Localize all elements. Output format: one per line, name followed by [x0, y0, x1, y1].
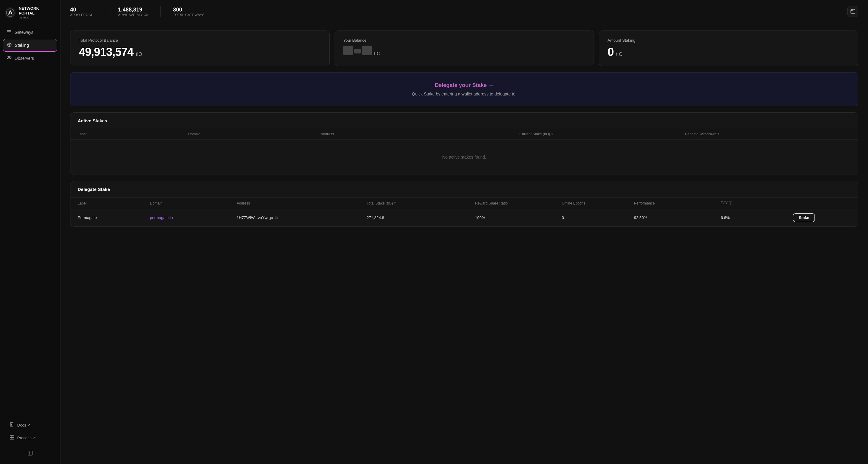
eay-info-icon[interactable]: ⓘ: [729, 201, 732, 205]
divider-2: [160, 6, 161, 17]
epoch-value: 40: [70, 7, 94, 13]
balance-block-2: [354, 48, 361, 54]
total-stake-sort-icon[interactable]: ▾: [394, 201, 396, 205]
arweave-block-stat: 1,488,319 ARWEAVE BLOCK: [118, 7, 149, 16]
sidebar-item-gateways[interactable]: Gateways: [3, 26, 57, 38]
amount-staking-number: 0: [608, 45, 614, 59]
col-header-domain: Domain: [150, 201, 237, 205]
main-content: 40 AR.IO EPOCH 1,488,319 ARWEAVE BLOCK 3…: [60, 0, 868, 464]
row-reward-share: 100%: [475, 216, 562, 220]
row-label: Permagate: [78, 216, 150, 220]
total-protocol-balance-value-row: 49,913,574 tIO: [79, 45, 321, 59]
total-gateways-stat: 300 TOTAL GATEWAYS: [173, 7, 204, 16]
col-header-offline-epochs: Offline Epochs: [562, 201, 634, 205]
svg-rect-14: [12, 435, 14, 437]
docs-link[interactable]: Docs ↗: [6, 419, 54, 431]
address-text: 1H7ZWIW...vuYwrgo: [237, 216, 273, 220]
delegate-banner-description: Quick Stake by entering a wallet address…: [412, 92, 517, 96]
balance-placeholder: [343, 45, 372, 55]
table-row: Permagate permagate.io 1H7ZWIW...vuYwrgo…: [70, 209, 858, 226]
current-stake-sort-icon[interactable]: ▾: [551, 132, 553, 136]
col-header-reward-share: Reward Share Ratio: [475, 201, 562, 205]
copy-address-icon[interactable]: ⧉: [275, 216, 278, 220]
your-balance-label: Your Balance: [343, 38, 585, 42]
svg-point-7: [7, 57, 11, 59]
col-header-address: Address: [237, 201, 367, 205]
total-gateways-label: TOTAL GATEWAYS: [173, 13, 204, 16]
your-balance-card: Your Balance tIO: [335, 31, 594, 66]
svg-rect-17: [28, 451, 32, 455]
total-protocol-balance-card: Total Protocol Balance 49,913,574 tIO: [70, 31, 330, 66]
svg-point-8: [8, 57, 10, 58]
stats-row: Total Protocol Balance 49,913,574 tIO Yo…: [70, 31, 858, 66]
balance-block-3: [362, 45, 372, 55]
address-cell: 1H7ZWIW...vuYwrgo ⧉: [237, 216, 367, 220]
total-protocol-balance-number: 49,913,574: [79, 45, 133, 59]
col-header-label: Label: [78, 201, 150, 205]
col-header-total-stake: Total Stake (tIO) ▾: [367, 201, 475, 205]
app-subtitle: by ar.io: [19, 15, 39, 19]
your-balance-value-row: tIO: [343, 45, 585, 57]
sidebar-item-observers[interactable]: Observers: [3, 52, 57, 64]
sidebar-item-staking[interactable]: Staking: [3, 39, 57, 52]
stake-button[interactable]: Stake: [793, 213, 815, 222]
col-header-address: Address: [321, 132, 520, 136]
observers-icon: [7, 55, 11, 61]
total-gateways-value: 300: [173, 7, 204, 13]
active-stakes-title: Active Stakes: [70, 113, 858, 129]
row-offline-epochs: 0: [562, 216, 634, 220]
observers-label: Observers: [14, 56, 34, 61]
delegate-stake-header: Label Domain Address Total Stake (tIO) ▾…: [70, 198, 858, 209]
collapse-button[interactable]: [3, 448, 57, 458]
gateways-icon: [7, 29, 11, 35]
col-header-label: Label: [78, 132, 188, 136]
amount-staking-label: Amount Staking: [608, 38, 849, 42]
arweave-block-value: 1,488,319: [118, 7, 149, 13]
delegate-stake-title: Delegate Stake: [70, 181, 858, 198]
topbar-icon-button[interactable]: [847, 6, 858, 17]
amount-staking-value-row: 0 tIO: [608, 45, 849, 59]
active-stakes-header: Label Domain Address Current Stake (tIO)…: [70, 129, 858, 139]
process-icon: [10, 435, 14, 440]
total-protocol-balance-label: Total Protocol Balance: [79, 38, 321, 42]
logo-area: NETWORKPORTAL by ar.io: [0, 6, 60, 26]
logo-text: NETWORKPORTAL by ar.io: [19, 6, 39, 19]
row-performance: 92.50%: [634, 216, 721, 220]
delegate-banner[interactable]: Delegate your Stake → Quick Stake by ent…: [70, 72, 858, 106]
app-title: NETWORKPORTAL: [19, 6, 39, 15]
epoch-stat: 40 AR.IO EPOCH: [70, 7, 94, 16]
content-area: Total Protocol Balance 49,913,574 tIO Yo…: [60, 23, 868, 234]
row-eay: 6.6%: [721, 216, 793, 220]
col-header-current-stake: Current Stake (tIO) ▾: [520, 132, 685, 136]
svg-rect-16: [12, 437, 14, 439]
active-stakes-section: Active Stakes Label Domain Address Curre…: [70, 112, 858, 175]
staking-icon: [7, 42, 12, 48]
docs-label: Docs ↗: [17, 423, 31, 427]
svg-point-0: [6, 9, 14, 16]
delegate-banner-title: Delegate your Stake →: [435, 82, 494, 89]
staking-label: Staking: [15, 43, 29, 48]
sidebar: NETWORKPORTAL by ar.io Gateways: [0, 0, 60, 464]
svg-rect-13: [10, 435, 12, 437]
logo-icon: [5, 7, 16, 18]
total-protocol-balance-unit: tIO: [136, 52, 142, 57]
divider-1: [106, 6, 106, 17]
epoch-label: AR.IO EPOCH: [70, 13, 94, 16]
gateways-label: Gateways: [14, 30, 33, 35]
row-address: 1H7ZWIW...vuYwrgo ⧉: [237, 216, 367, 220]
your-balance-unit: tIO: [374, 51, 380, 57]
nav-menu: Gateways Staking Observers: [0, 26, 60, 221]
domain-link[interactable]: permagate.io: [150, 216, 173, 220]
process-link[interactable]: Process ↗: [6, 432, 54, 443]
amount-staking-unit: tIO: [616, 52, 622, 57]
col-header-pending: Pending Withdrawals: [685, 132, 851, 136]
topbar-right: [847, 6, 858, 17]
docs-icon: [10, 422, 14, 428]
process-label: Process ↗: [17, 436, 36, 440]
svg-rect-15: [10, 437, 12, 439]
row-action: Stake: [793, 213, 851, 222]
col-header-eay: EAY ⓘ: [721, 201, 793, 206]
amount-staking-card: Amount Staking 0 tIO: [599, 31, 858, 66]
svg-rect-20: [851, 9, 852, 11]
active-stakes-empty: No active stakes found.: [70, 139, 858, 175]
